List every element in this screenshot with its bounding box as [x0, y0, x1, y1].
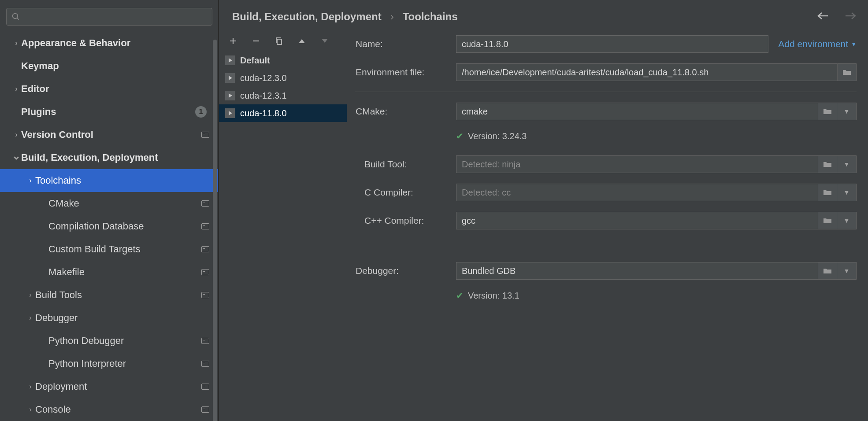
- divider: [355, 92, 857, 92]
- project-scope-icon: [201, 223, 209, 229]
- system-toolchain-icon: [225, 108, 235, 118]
- sidebar-item-label: Keymap: [21, 60, 211, 72]
- remove-toolchain-button[interactable]: [251, 36, 261, 46]
- debugger-browse-button[interactable]: [818, 262, 837, 280]
- toolchain-item-label: Default: [240, 55, 270, 66]
- build-tool-label: Build Tool:: [355, 159, 454, 170]
- breadcrumb: Build, Execution, Deployment › Toolchain…: [219, 0, 868, 33]
- build-tool-browse-button[interactable]: [818, 155, 837, 173]
- c-compiler-browse-button[interactable]: [818, 184, 837, 201]
- sidebar-item-plugins[interactable]: Plugins1: [0, 100, 218, 123]
- chevron-right-icon: ›: [11, 39, 21, 47]
- sidebar-item-label: Console: [35, 404, 201, 415]
- c-compiler-label: C Compiler:: [355, 187, 454, 198]
- breadcrumb-current: Toolchains: [403, 11, 458, 23]
- sidebar-item-cmake[interactable]: CMake: [0, 192, 218, 215]
- sidebar-item-editor[interactable]: ›Editor: [0, 78, 218, 100]
- sidebar-item-label: Plugins: [21, 106, 195, 118]
- add-environment-link[interactable]: Add environment ▼: [770, 39, 857, 49]
- debugger-field[interactable]: [456, 262, 818, 280]
- toolchain-item-default[interactable]: Default: [219, 52, 347, 69]
- toolchain-item-cuda-11-8-0[interactable]: cuda-11.8.0: [219, 104, 347, 122]
- project-scope-icon: [201, 292, 209, 298]
- copy-toolchain-button[interactable]: [274, 36, 284, 46]
- system-toolchain-icon: [225, 91, 235, 100]
- back-arrow-icon[interactable]: [817, 10, 829, 23]
- sidebar-item-label: Editor: [21, 83, 211, 95]
- sidebar-item-deployment[interactable]: ›Deployment: [0, 375, 218, 398]
- settings-tree: ›Appearance & BehaviorKeymap›EditorPlugi…: [0, 29, 218, 421]
- cpp-compiler-browse-button[interactable]: [818, 212, 837, 229]
- toolchain-item-label: cuda-11.8.0: [240, 108, 287, 118]
- project-scope-icon: [201, 338, 209, 344]
- sidebar-item-keymap[interactable]: Keymap: [0, 55, 218, 78]
- sidebar-item-label: Python Debugger: [48, 335, 201, 347]
- cpp-compiler-label: C++ Compiler:: [355, 215, 454, 226]
- cmake-version-text: Version: 3.24.3: [468, 131, 527, 141]
- sidebar-item-label: Compilation Database: [48, 221, 201, 232]
- sidebar-item-debugger[interactable]: ›Debugger: [0, 307, 218, 329]
- debugger-dropdown-button[interactable]: ▼: [837, 262, 857, 280]
- sidebar-item-label: Debugger: [35, 312, 211, 324]
- toolchain-item-label: cuda-12.3.0: [240, 73, 287, 83]
- c-compiler-dropdown-button[interactable]: ▼: [837, 184, 857, 201]
- breadcrumb-parent[interactable]: Build, Execution, Deployment: [232, 11, 382, 23]
- chevron-right-icon: ›: [26, 314, 35, 322]
- sidebar-item-label: Build Tools: [35, 289, 201, 301]
- project-scope-icon: [201, 246, 209, 252]
- sidebar-item-python-debugger[interactable]: Python Debugger: [0, 329, 218, 352]
- toolchain-detail-panel: Name: Add environment ▼ Environment file…: [347, 33, 868, 421]
- debugger-version-text: Version: 13.1: [468, 291, 519, 301]
- sidebar-item-custom-build-targets[interactable]: Custom Build Targets: [0, 238, 218, 261]
- settings-sidebar: ›Appearance & BehaviorKeymap›EditorPlugi…: [0, 0, 219, 421]
- sidebar-item-console[interactable]: ›Console: [0, 398, 218, 421]
- project-scope-icon: [201, 384, 209, 390]
- chevron-right-icon: ›: [11, 85, 21, 93]
- system-toolchain-icon: [225, 55, 235, 65]
- sidebar-item-toolchains[interactable]: ›Toolchains: [0, 169, 218, 192]
- cpp-compiler-dropdown-button[interactable]: ▼: [837, 212, 857, 229]
- c-compiler-field[interactable]: [456, 184, 818, 201]
- sidebar-item-appearance-behavior[interactable]: ›Appearance & Behavior: [0, 32, 218, 55]
- toolchain-item-cuda-12-3-1[interactable]: cuda-12.3.1: [219, 87, 347, 104]
- sidebar-item-label: Python Interpreter: [48, 358, 201, 369]
- toolchain-item-cuda-12-3-0[interactable]: cuda-12.3.0: [219, 69, 347, 87]
- sidebar-item-python-interpreter[interactable]: Python Interpreter: [0, 352, 218, 375]
- sidebar-scrollbar[interactable]: [213, 40, 217, 421]
- toolchain-item-label: cuda-12.3.1: [240, 91, 287, 101]
- sidebar-item-build-tools[interactable]: ›Build Tools: [0, 284, 218, 307]
- sidebar-item-label: Appearance & Behavior: [21, 37, 211, 49]
- cmake-field[interactable]: [456, 103, 818, 120]
- sidebar-item-version-control[interactable]: ›Version Control: [0, 123, 218, 146]
- add-toolchain-button[interactable]: [228, 36, 238, 46]
- sidebar-item-makefile[interactable]: Makefile: [0, 261, 218, 284]
- sidebar-item-label: Version Control: [21, 129, 201, 140]
- chevron-right-icon: ›: [11, 131, 21, 139]
- chevron-down-icon: ▼: [851, 41, 857, 48]
- cmake-browse-button[interactable]: [818, 103, 837, 120]
- toolchain-toolbar: [219, 33, 347, 51]
- sidebar-item-compilation-database[interactable]: Compilation Database: [0, 215, 218, 238]
- sidebar-item-label: Custom Build Targets: [48, 244, 201, 255]
- chevron-right-icon: ›: [26, 383, 35, 391]
- check-icon: ✔: [456, 131, 464, 141]
- sidebar-item-label: CMake: [48, 198, 201, 209]
- env-file-field[interactable]: [456, 63, 837, 81]
- debugger-label: Debugger:: [355, 266, 454, 276]
- search-input[interactable]: [6, 8, 212, 26]
- cpp-compiler-field[interactable]: [456, 212, 818, 229]
- cmake-label: CMake:: [355, 106, 454, 117]
- build-tool-field[interactable]: [456, 155, 818, 173]
- sidebar-item-build-execution-deployment[interactable]: ⌄Build, Execution, Deployment: [0, 146, 218, 169]
- move-down-button: [319, 36, 330, 46]
- move-up-button[interactable]: [297, 36, 307, 46]
- sidebar-item-label: Makefile: [48, 266, 201, 278]
- chevron-right-icon: ›: [26, 291, 35, 299]
- cmake-dropdown-button[interactable]: ▼: [837, 103, 857, 120]
- sidebar-item-label: Toolchains: [35, 175, 211, 186]
- project-scope-icon: [201, 269, 209, 275]
- chevron-down-icon: ⌄: [11, 150, 21, 162]
- build-tool-dropdown-button[interactable]: ▼: [837, 155, 857, 173]
- env-file-browse-button[interactable]: [837, 63, 857, 81]
- name-field[interactable]: [456, 35, 768, 53]
